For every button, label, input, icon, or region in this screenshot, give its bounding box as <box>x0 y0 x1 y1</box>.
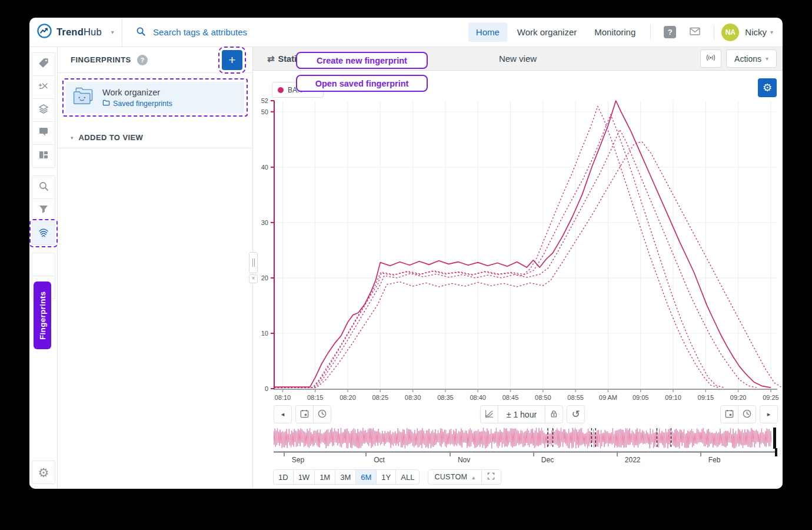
svg-text:08:40: 08:40 <box>470 394 486 401</box>
sidebar-item-filters[interactable] <box>32 198 55 222</box>
messages-button[interactable] <box>683 24 707 41</box>
svg-text:09:10: 09:10 <box>665 394 681 401</box>
triangle-right-icon: ▸ <box>767 410 771 418</box>
zoom-preset-1d[interactable]: 1D <box>273 469 294 485</box>
y-axis-handle[interactable]: × <box>249 252 258 283</box>
chevron-down-icon: ▾ <box>71 135 74 141</box>
zoom-preset-1y[interactable]: 1Y <box>376 469 396 485</box>
help-icon[interactable]: ? <box>137 55 148 65</box>
zoom-preset-1m[interactable]: 1M <box>314 469 335 485</box>
sidebar-item-comments[interactable] <box>32 121 55 145</box>
end-date-button[interactable] <box>720 405 738 423</box>
chevron-down-icon: ▾ <box>770 29 773 35</box>
expand-icon <box>487 472 495 482</box>
tool-rail: Fingerprints ⚙ <box>29 47 58 489</box>
nav-tabs: HomeWork organizerMonitoring <box>468 22 644 42</box>
timeline-month-label: Feb <box>708 456 721 464</box>
chart-canvas[interactable]: 010203040505208:1008:1508:2008:2508:3008… <box>253 71 783 404</box>
svg-text:50: 50 <box>261 108 268 115</box>
time-offset-button[interactable]: ± 1 hour <box>498 405 545 423</box>
zoom-presets: 1D1W1M3M6M1YALL <box>274 469 420 485</box>
start-time-button[interactable] <box>313 405 331 423</box>
svg-text:09:15: 09:15 <box>698 394 714 401</box>
nav-tab-work-organizer[interactable]: Work organizer <box>510 22 584 42</box>
sidebar-item-search[interactable] <box>32 175 55 199</box>
global-search[interactable] <box>135 26 468 39</box>
nav-tab-monitoring[interactable]: Monitoring <box>587 22 643 42</box>
custom-label: CUSTOM <box>434 473 467 481</box>
nav-tab-home[interactable]: Home <box>468 22 507 42</box>
live-broadcast-button[interactable] <box>700 49 721 68</box>
compare-trend-button[interactable] <box>480 405 498 423</box>
create-fingerprint-button[interactable]: + <box>222 50 242 70</box>
zoom-controls: 1D1W1M3M6M1YALL CUSTOM ▴ <box>274 469 783 485</box>
start-date-button[interactable] <box>295 405 314 423</box>
trendhub-logo-icon <box>36 23 52 41</box>
chart-settings-button[interactable]: ⚙ <box>758 78 777 97</box>
section-label: ADDED TO VIEW <box>79 133 144 142</box>
search-input[interactable] <box>152 26 399 38</box>
timeline-tick <box>365 451 367 456</box>
history-button[interactable]: ↺ <box>567 405 585 423</box>
drag-grip-icon[interactable] <box>249 252 258 273</box>
history-icon: ↺ <box>571 409 580 419</box>
chevron-down-icon: ▾ <box>766 55 768 62</box>
svg-text:09 AM: 09 AM <box>599 394 617 401</box>
lock-range-button[interactable] <box>545 405 563 423</box>
time-navigation-toolbar: ◂ ± 1 hour ↺ <box>253 404 783 425</box>
divider <box>650 25 651 40</box>
fingerprints-icon <box>37 226 50 241</box>
zoom-preset-6m[interactable]: 6M <box>355 469 377 485</box>
close-icon[interactable]: × <box>249 274 258 283</box>
svg-text:08:25: 08:25 <box>372 394 389 401</box>
gear-icon: ⚙ <box>38 466 49 479</box>
sidebar-item-dashboards[interactable] <box>32 144 55 168</box>
expand-range-button[interactable] <box>481 469 501 485</box>
calendar-icon <box>724 409 734 420</box>
chevron-down-icon[interactable]: ▾ <box>111 29 114 35</box>
saved-fingerprint-item[interactable]: Work organizer Saved fingerprints <box>66 82 244 113</box>
context-timeline[interactable]: SepOctNovDec2022Feb <box>274 451 777 465</box>
end-time-button[interactable] <box>738 405 756 423</box>
help-button[interactable]: ? <box>658 24 682 41</box>
pan-left-button[interactable]: ◂ <box>274 405 292 423</box>
tags-icon <box>38 57 49 71</box>
svg-text:08:15: 08:15 <box>307 394 324 401</box>
series-color-dot <box>278 87 284 93</box>
sidebar-item-hidden <box>32 253 55 276</box>
sidebar-item-tags[interactable] <box>32 52 55 76</box>
timeline-month-label: Sep <box>292 456 304 464</box>
sidebar-item-fingerprints[interactable] <box>32 221 55 245</box>
actions-label: Actions <box>734 54 761 64</box>
custom-range-button[interactable]: CUSTOM ▴ <box>428 469 481 485</box>
timeline-cursor <box>775 448 777 456</box>
zoom-preset-1w[interactable]: 1W <box>293 469 315 485</box>
svg-text:09:20: 09:20 <box>730 394 747 401</box>
annotation-open-fingerprint: Open saved fingerprint <box>296 75 428 92</box>
rail-item-settings[interactable]: ⚙ <box>32 461 55 484</box>
fingerprints-active-tab[interactable]: Fingerprints <box>34 281 51 349</box>
svg-text:0: 0 <box>265 385 268 392</box>
brand-block[interactable]: TrendHub ▾ <box>29 18 122 47</box>
saved-item-subtitle-row[interactable]: Saved fingerprints <box>102 100 172 108</box>
sidebar-item-formulas[interactable] <box>32 75 55 99</box>
context-overview-strip[interactable] <box>274 426 777 450</box>
zoom-preset-all[interactable]: ALL <box>395 469 420 485</box>
filters-icon <box>38 203 49 217</box>
svg-text:40: 40 <box>261 164 268 171</box>
pan-right-button[interactable]: ▸ <box>760 405 778 423</box>
avatar: NA <box>721 24 739 41</box>
divider <box>714 25 714 40</box>
sidebar-item-layers[interactable] <box>32 98 55 122</box>
svg-text:08:30: 08:30 <box>405 394 421 401</box>
formulas-icon <box>38 80 49 94</box>
added-to-view-section[interactable]: ▾ ADDED TO VIEW <box>58 127 252 148</box>
help-icon: ? <box>664 26 676 38</box>
user-menu[interactable]: NA Nicky ▾ <box>721 24 773 41</box>
zoom-preset-3m[interactable]: 3M <box>335 469 356 485</box>
timeline-month-label: Dec <box>541 456 554 464</box>
fingerprints-panel-header: FINGERPRINTS ? + <box>58 47 252 73</box>
search-icon <box>135 26 146 39</box>
lock-icon <box>550 409 558 420</box>
actions-button[interactable]: Actions ▾ <box>726 49 777 68</box>
